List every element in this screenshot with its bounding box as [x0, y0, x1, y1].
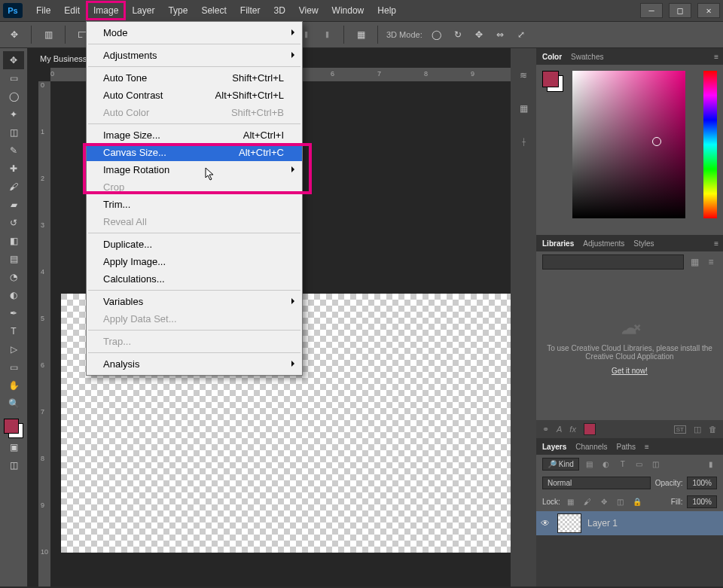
marquee-tool[interactable]: ▭	[3, 69, 24, 87]
color-picker-field[interactable]	[572, 71, 685, 218]
magic-wand-tool[interactable]: ✦	[3, 105, 24, 123]
menu-filter[interactable]: Filter	[234, 2, 267, 19]
type-tool[interactable]: T	[3, 322, 24, 340]
move-tool[interactable]: ✥	[3, 51, 24, 69]
link-icon[interactable]: ⚭	[542, 425, 549, 434]
layer-row[interactable]: 👁 Layer 1	[536, 511, 723, 535]
grid-view-icon[interactable]: ▦	[688, 256, 700, 268]
lock-trans-icon[interactable]: ▦	[565, 496, 577, 508]
filter-toggle-icon[interactable]: ▮	[705, 459, 717, 471]
menu-item-adjustments[interactable]: Adjustments	[87, 47, 302, 64]
menu-item-canvas-size-[interactable]: Canvas Size...Alt+Ctrl+C	[87, 144, 302, 161]
history-panel-icon[interactable]: ≋	[514, 66, 532, 84]
menu-3d[interactable]: 3D	[267, 2, 291, 19]
path-select-tool[interactable]: ▷	[3, 340, 24, 358]
menu-item-mode[interactable]: Mode	[87, 24, 302, 41]
menu-item-auto-tone[interactable]: Auto ToneShift+Ctrl+L	[87, 69, 302, 87]
gradient-tool[interactable]: ▤	[3, 250, 24, 268]
auto-align-icon[interactable]: ▦	[352, 26, 369, 43]
zoom-tool[interactable]: 🔍	[3, 395, 24, 413]
panel-menu-icon[interactable]: ≡	[714, 239, 718, 248]
tab-libraries[interactable]: Libraries	[542, 239, 574, 248]
tab-color[interactable]: Color	[542, 53, 562, 61]
3d-orbit-icon[interactable]: ◯	[429, 26, 445, 43]
get-it-now-link[interactable]: Get it now!	[612, 367, 648, 375]
tab-channels[interactable]: Channels	[575, 443, 607, 451]
lock-all-icon[interactable]: 🔒	[631, 496, 643, 508]
menu-type[interactable]: Type	[162, 2, 194, 19]
lock-image-icon[interactable]: 🖌	[581, 496, 593, 508]
filter-pixel-icon[interactable]: ▤	[584, 459, 596, 471]
quick-mask-icon[interactable]: ▣	[3, 438, 24, 456]
filter-smart-icon[interactable]: ◫	[650, 459, 662, 471]
layer-thumbnail[interactable]	[557, 513, 581, 533]
move-tool-icon[interactable]: ✥	[6, 26, 23, 43]
fill-color-icon[interactable]	[584, 423, 596, 435]
color-swatch-pair[interactable]	[542, 71, 563, 92]
menu-help[interactable]: Help	[371, 2, 402, 19]
menu-select[interactable]: Select	[195, 2, 232, 19]
trash-icon[interactable]: 🗑	[709, 425, 717, 434]
menu-edit[interactable]: Edit	[58, 2, 86, 19]
3d-scale-icon[interactable]: ⤢	[513, 26, 529, 43]
eyedropper-tool[interactable]: ✎	[3, 142, 24, 160]
close-button[interactable]: ✕	[697, 3, 720, 18]
menu-image[interactable]: Image	[87, 2, 124, 19]
type-icon[interactable]: A	[557, 425, 562, 434]
3d-slide-icon[interactable]: ⇔	[492, 26, 508, 43]
dodge-tool[interactable]: ◐	[3, 286, 24, 304]
layer-name[interactable]: Layer 1	[587, 518, 618, 529]
menu-layer[interactable]: Layer	[126, 2, 160, 19]
maximize-button[interactable]: □	[669, 3, 691, 18]
menu-item-image-rotation[interactable]: Image Rotation	[87, 161, 302, 178]
screen-mode-icon[interactable]: ◫	[3, 456, 24, 474]
lasso-tool[interactable]: ◯	[3, 87, 24, 105]
lock-pos-icon[interactable]: ✥	[598, 496, 610, 508]
tab-paths[interactable]: Paths	[617, 443, 636, 451]
filter-shape-icon[interactable]: ▭	[633, 459, 645, 471]
panel-menu-icon[interactable]: ≡	[645, 443, 649, 451]
menu-item-apply-image-[interactable]: Apply Image...	[87, 253, 302, 270]
tab-adjustments[interactable]: Adjustments	[583, 239, 624, 248]
distribute-icon[interactable]: ⦀	[319, 26, 335, 43]
library-select[interactable]	[542, 254, 684, 270]
blend-mode-select[interactable]: Normal	[542, 477, 651, 489]
brush-panel-icon[interactable]: ⟊	[514, 133, 532, 151]
panel-menu-icon[interactable]: ≡	[714, 53, 718, 61]
tab-swatches[interactable]: Swatches	[571, 53, 603, 61]
st-icon[interactable]: ST	[674, 425, 686, 434]
new-style-icon[interactable]: ◫	[694, 425, 701, 434]
3d-roll-icon[interactable]: ↻	[450, 26, 466, 43]
menu-item-image-size-[interactable]: Image Size...Alt+Ctrl+I	[87, 126, 302, 144]
menu-item-trim-[interactable]: Trim...	[87, 196, 302, 213]
list-view-icon[interactable]: ≡	[705, 256, 717, 268]
brush-tool[interactable]: 🖌	[3, 178, 24, 196]
fg-color-icon[interactable]	[542, 71, 559, 87]
menu-view[interactable]: View	[293, 2, 325, 19]
fill-input[interactable]: 100%	[687, 495, 717, 508]
minimize-button[interactable]: —	[640, 3, 663, 18]
filter-adjust-icon[interactable]: ◐	[600, 459, 612, 471]
menu-item-variables[interactable]: Variables	[87, 293, 302, 310]
filter-type-icon[interactable]: T	[617, 459, 629, 471]
color-swatch[interactable]	[4, 419, 23, 438]
fx-icon[interactable]: fx	[569, 425, 576, 434]
menu-item-calculations-[interactable]: Calculations...	[87, 270, 302, 288]
crop-tool[interactable]: ◫	[3, 123, 24, 142]
menu-item-duplicate-[interactable]: Duplicate...	[87, 236, 302, 253]
kind-filter[interactable]: 🔎 Kind	[542, 458, 579, 471]
menu-item-analysis[interactable]: Analysis	[87, 355, 302, 373]
menu-file[interactable]: File	[30, 2, 56, 19]
tab-styles[interactable]: Styles	[633, 239, 654, 248]
opacity-input[interactable]: 100%	[687, 477, 717, 489]
blur-tool[interactable]: ◔	[3, 268, 24, 286]
foreground-swatch[interactable]	[4, 419, 19, 434]
history-brush-tool[interactable]: ↺	[3, 214, 24, 232]
menu-item-auto-contrast[interactable]: Auto ContrastAlt+Shift+Ctrl+L	[87, 87, 302, 104]
rectangle-tool[interactable]: ▭	[3, 358, 24, 376]
hand-tool[interactable]: ✋	[3, 376, 24, 395]
healing-tool[interactable]: ✚	[3, 160, 24, 178]
3d-pan-icon[interactable]: ✥	[471, 26, 487, 43]
lock-artboard-icon[interactable]: ◫	[615, 496, 627, 508]
pen-tool[interactable]: ✒	[3, 304, 24, 322]
